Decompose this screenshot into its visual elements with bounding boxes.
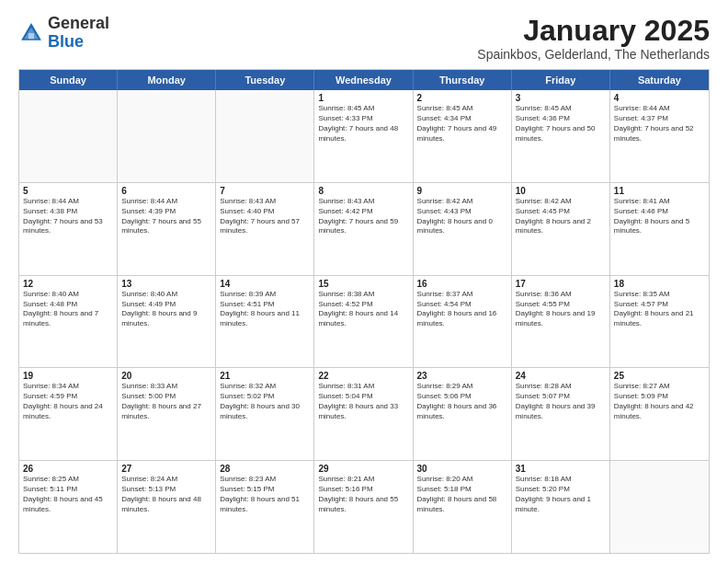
day-cell-7: 7Sunrise: 8:43 AMSunset: 4:40 PMDaylight… [216,183,314,275]
day-info: Sunrise: 8:41 AMSunset: 4:46 PMDaylight:… [614,197,705,236]
day-cell-11: 11Sunrise: 8:41 AMSunset: 4:46 PMDayligh… [610,183,709,275]
day-info: Sunrise: 8:44 AMSunset: 4:38 PMDaylight:… [23,197,113,236]
day-cell-27: 27Sunrise: 8:24 AMSunset: 5:13 PMDayligh… [118,461,216,553]
day-number: 15 [318,279,408,289]
header-day-tuesday: Tuesday [216,70,314,90]
calendar: SundayMondayTuesdayWednesdayThursdayFrid… [18,69,710,554]
day-cell-13: 13Sunrise: 8:40 AMSunset: 4:49 PMDayligh… [118,276,216,368]
header-day-monday: Monday [118,70,216,90]
day-cell-21: 21Sunrise: 8:32 AMSunset: 5:02 PMDayligh… [216,368,314,460]
day-cell-2: 2Sunrise: 8:45 AMSunset: 4:34 PMDaylight… [414,90,512,182]
day-cell-17: 17Sunrise: 8:36 AMSunset: 4:55 PMDayligh… [512,276,610,368]
day-info: Sunrise: 8:44 AMSunset: 4:39 PMDaylight:… [121,197,211,236]
day-number: 5 [23,186,113,196]
day-info: Sunrise: 8:20 AMSunset: 5:18 PMDaylight:… [417,475,507,514]
logo: General Blue [18,15,109,52]
day-info: Sunrise: 8:44 AMSunset: 4:37 PMDaylight:… [614,104,705,144]
day-info: Sunrise: 8:33 AMSunset: 5:00 PMDaylight:… [121,382,211,421]
day-number: 14 [220,279,310,289]
day-cell-28: 28Sunrise: 8:23 AMSunset: 5:15 PMDayligh… [216,461,314,553]
logo-icon [18,20,44,46]
empty-cell [19,90,118,182]
header-day-sunday: Sunday [19,70,118,90]
day-info: Sunrise: 8:27 AMSunset: 5:09 PMDaylight:… [614,382,705,421]
day-info: Sunrise: 8:39 AMSunset: 4:51 PMDaylight:… [220,290,310,329]
location: Spainkbos, Gelderland, The Netherlands [477,47,710,62]
day-info: Sunrise: 8:29 AMSunset: 5:06 PMDaylight:… [417,382,507,421]
calendar-week-2: 5Sunrise: 8:44 AMSunset: 4:38 PMDaylight… [19,183,709,276]
logo-text: General Blue [48,15,109,52]
day-info: Sunrise: 8:32 AMSunset: 5:02 PMDaylight:… [220,382,310,421]
day-info: Sunrise: 8:25 AMSunset: 5:11 PMDaylight:… [23,475,113,514]
day-number: 23 [417,371,507,381]
day-info: Sunrise: 8:40 AMSunset: 4:49 PMDaylight:… [121,290,211,329]
day-cell-8: 8Sunrise: 8:43 AMSunset: 4:42 PMDaylight… [314,183,413,275]
day-number: 26 [23,464,113,474]
day-cell-23: 23Sunrise: 8:29 AMSunset: 5:06 PMDayligh… [414,368,512,460]
day-number: 18 [614,279,705,289]
day-cell-15: 15Sunrise: 8:38 AMSunset: 4:52 PMDayligh… [314,276,413,368]
day-number: 1 [318,93,408,103]
day-info: Sunrise: 8:34 AMSunset: 4:59 PMDaylight:… [23,382,113,421]
day-number: 9 [417,186,507,196]
day-cell-12: 12Sunrise: 8:40 AMSunset: 4:48 PMDayligh… [19,276,118,368]
day-number: 30 [417,464,507,474]
day-cell-18: 18Sunrise: 8:35 AMSunset: 4:57 PMDayligh… [610,276,709,368]
day-info: Sunrise: 8:23 AMSunset: 5:15 PMDaylight:… [220,475,310,514]
month-year: January 2025 [477,15,710,47]
day-cell-24: 24Sunrise: 8:28 AMSunset: 5:07 PMDayligh… [512,368,610,460]
day-info: Sunrise: 8:24 AMSunset: 5:13 PMDaylight:… [121,475,211,514]
header-day-friday: Friday [512,70,610,90]
day-cell-4: 4Sunrise: 8:44 AMSunset: 4:37 PMDaylight… [610,90,709,182]
day-cell-29: 29Sunrise: 8:21 AMSunset: 5:16 PMDayligh… [314,461,413,553]
day-cell-19: 19Sunrise: 8:34 AMSunset: 4:59 PMDayligh… [19,368,118,460]
day-number: 17 [516,279,606,289]
day-cell-9: 9Sunrise: 8:42 AMSunset: 4:43 PMDaylight… [414,183,512,275]
day-number: 27 [121,464,211,474]
day-cell-22: 22Sunrise: 8:31 AMSunset: 5:04 PMDayligh… [314,368,413,460]
day-number: 13 [121,279,211,289]
logo-blue: Blue [48,32,84,51]
day-cell-26: 26Sunrise: 8:25 AMSunset: 5:11 PMDayligh… [19,461,118,553]
day-info: Sunrise: 8:36 AMSunset: 4:55 PMDaylight:… [516,290,606,329]
day-info: Sunrise: 8:42 AMSunset: 4:43 PMDaylight:… [417,197,507,236]
day-cell-20: 20Sunrise: 8:33 AMSunset: 5:00 PMDayligh… [118,368,216,460]
day-info: Sunrise: 8:45 AMSunset: 4:36 PMDaylight:… [516,104,606,144]
day-cell-14: 14Sunrise: 8:39 AMSunset: 4:51 PMDayligh… [216,276,314,368]
title-block: January 2025 Spainkbos, Gelderland, The … [477,15,710,62]
logo-general: General [48,14,109,32]
page: General Blue January 2025 Spainkbos, Gel… [0,0,728,563]
day-number: 20 [121,371,211,381]
day-info: Sunrise: 8:21 AMSunset: 5:16 PMDaylight:… [318,475,408,514]
day-cell-31: 31Sunrise: 8:18 AMSunset: 5:20 PMDayligh… [512,461,610,553]
day-cell-10: 10Sunrise: 8:42 AMSunset: 4:45 PMDayligh… [512,183,610,275]
header-day-thursday: Thursday [414,70,512,90]
day-number: 31 [516,464,606,474]
day-number: 29 [318,464,408,474]
day-cell-25: 25Sunrise: 8:27 AMSunset: 5:09 PMDayligh… [610,368,709,460]
day-info: Sunrise: 8:40 AMSunset: 4:48 PMDaylight:… [23,290,113,329]
day-cell-5: 5Sunrise: 8:44 AMSunset: 4:38 PMDaylight… [19,183,118,275]
day-number: 24 [516,371,606,381]
day-number: 8 [318,186,408,196]
day-info: Sunrise: 8:28 AMSunset: 5:07 PMDaylight:… [516,382,606,421]
empty-cell [610,461,709,553]
day-cell-30: 30Sunrise: 8:20 AMSunset: 5:18 PMDayligh… [414,461,512,553]
day-info: Sunrise: 8:43 AMSunset: 4:42 PMDaylight:… [318,197,408,236]
day-info: Sunrise: 8:31 AMSunset: 5:04 PMDaylight:… [318,382,408,421]
day-number: 10 [516,186,606,196]
day-number: 28 [220,464,310,474]
day-cell-6: 6Sunrise: 8:44 AMSunset: 4:39 PMDaylight… [118,183,216,275]
day-number: 25 [614,371,705,381]
header: General Blue January 2025 Spainkbos, Gel… [18,15,710,62]
day-info: Sunrise: 8:42 AMSunset: 4:45 PMDaylight:… [516,197,606,236]
day-number: 4 [614,93,705,103]
day-cell-16: 16Sunrise: 8:37 AMSunset: 4:54 PMDayligh… [414,276,512,368]
empty-cell [216,90,314,182]
day-info: Sunrise: 8:45 AMSunset: 4:34 PMDaylight:… [417,104,507,144]
day-cell-3: 3Sunrise: 8:45 AMSunset: 4:36 PMDaylight… [512,90,610,182]
empty-cell [118,90,216,182]
day-number: 19 [23,371,113,381]
day-info: Sunrise: 8:18 AMSunset: 5:20 PMDaylight:… [516,475,606,514]
day-number: 7 [220,186,310,196]
